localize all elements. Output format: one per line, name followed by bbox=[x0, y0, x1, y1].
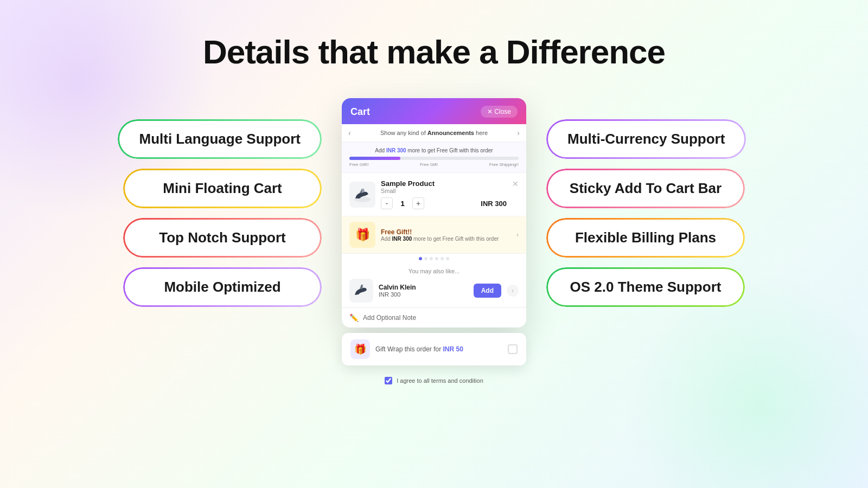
upsell-image bbox=[349, 279, 373, 303]
milestone-3: Free Shipping!! bbox=[489, 162, 519, 167]
progress-section: Add INR 300 more to get Free Gift with t… bbox=[342, 142, 526, 173]
feature-pill-top-notch-support: Top Notch Support bbox=[125, 220, 320, 256]
main-content: Multi Language Support Mini Floating Car… bbox=[0, 98, 868, 328]
upsell-product-info: Calvin Klein INR 300 bbox=[379, 284, 468, 298]
upsell-section: You may also like... Calvin Klein INR 30… bbox=[342, 264, 526, 307]
progress-bar bbox=[349, 157, 519, 160]
milestone-1: Free Gift!! bbox=[349, 162, 369, 167]
product-image bbox=[349, 182, 375, 208]
feature-pill-flexible-billing: Flexible Billing Plans bbox=[548, 220, 743, 256]
feature-pill-sticky-add-to-cart: Sticky Add To Cart Bar bbox=[548, 170, 743, 207]
product-info: Sample Product Small - 1 + INR 300 bbox=[381, 179, 507, 209]
dot-4 bbox=[435, 257, 438, 260]
gift-wrap-text: Gift Wrap this order for INR 50 bbox=[375, 345, 502, 353]
cart-mockup: Cart ✕ Close ‹ Show any kind of Announce… bbox=[342, 98, 526, 328]
note-icon: ✏️ bbox=[349, 313, 359, 322]
announcement-next-arrow[interactable]: › bbox=[517, 129, 520, 137]
cart-header: Cart ✕ Close bbox=[342, 98, 526, 124]
close-button[interactable]: ✕ Close bbox=[481, 106, 518, 118]
cart-title: Cart bbox=[350, 106, 370, 118]
milestone-2: Free Gift! bbox=[420, 162, 438, 167]
gift-info: Free Gift!! Add INR 300 more to get Free… bbox=[381, 228, 511, 242]
product-name: Sample Product bbox=[381, 179, 507, 188]
cart-mockup-wrapper: Cart ✕ Close ‹ Show any kind of Announce… bbox=[342, 98, 526, 328]
progress-bar-fill bbox=[349, 157, 400, 160]
dot-6 bbox=[446, 257, 449, 260]
dot-5 bbox=[441, 257, 444, 260]
features-right: Multi-Currency Support Sticky Add To Car… bbox=[548, 121, 868, 305]
upsell-item: Calvin Klein INR 300 Add › bbox=[349, 279, 519, 303]
gift-image: 🎁 bbox=[349, 222, 375, 248]
dot-3 bbox=[430, 257, 433, 260]
quantity-decrease[interactable]: - bbox=[381, 197, 393, 209]
upsell-product-name: Calvin Klein bbox=[379, 284, 468, 291]
gift-arrow-button[interactable]: › bbox=[516, 231, 519, 239]
features-left: Multi Language Support Mini Floating Car… bbox=[0, 121, 320, 305]
feature-pill-multi-language: Multi Language Support bbox=[119, 121, 320, 157]
carousel-dots bbox=[342, 254, 526, 264]
gift-wrap-icon: 🎁 bbox=[350, 339, 370, 359]
upsell-add-button[interactable]: Add bbox=[474, 284, 501, 298]
dot-2 bbox=[424, 257, 427, 260]
add-note-label[interactable]: Add Optional Note bbox=[363, 314, 416, 322]
cart-item: Sample Product Small - 1 + INR 300 ✕ bbox=[342, 173, 526, 216]
page-title: Details that make a Difference bbox=[203, 33, 665, 71]
terms-checkbox[interactable] bbox=[385, 377, 392, 384]
feature-pill-mini-floating-cart: Mini Floating Cart bbox=[125, 170, 320, 207]
gift-desc: Add INR 300 more to get Free Gift with t… bbox=[381, 236, 511, 242]
feature-pill-mobile-optimized: Mobile Optimized bbox=[125, 269, 320, 305]
upsell-arrow-button[interactable]: › bbox=[507, 285, 519, 297]
announcement-bar: ‹ Show any kind of Announcements here › bbox=[342, 124, 526, 142]
add-note-section: ✏️ Add Optional Note bbox=[342, 307, 526, 328]
progress-label: Add INR 300 more to get Free Gift with t… bbox=[349, 147, 519, 153]
gift-title: Free Gift!! bbox=[381, 228, 511, 236]
progress-labels: Free Gift!! Free Gift! Free Shipping!! bbox=[349, 162, 519, 167]
gift-wrap-checkbox[interactable] bbox=[508, 344, 518, 354]
free-gift-section: 🎁 Free Gift!! Add INR 300 more to get Fr… bbox=[342, 216, 526, 254]
upsell-product-price: INR 300 bbox=[379, 291, 468, 298]
announcement-prev-arrow[interactable]: ‹ bbox=[348, 129, 351, 137]
announcement-text: Show any kind of Announcements here bbox=[355, 130, 513, 136]
terms-row: I agree to all terms and condition bbox=[342, 377, 526, 384]
gift-wrap-section: 🎁 Gift Wrap this order for INR 50 bbox=[342, 333, 526, 365]
remove-item-button[interactable]: ✕ bbox=[512, 179, 519, 188]
feature-pill-multi-currency: Multi-Currency Support bbox=[548, 121, 744, 157]
product-variant: Small bbox=[381, 188, 507, 194]
quantity-controls: - 1 + INR 300 bbox=[381, 197, 507, 209]
upsell-heading: You may also like... bbox=[349, 268, 519, 274]
product-price: INR 300 bbox=[481, 200, 507, 208]
quantity-value: 1 bbox=[397, 200, 408, 208]
quantity-increase[interactable]: + bbox=[412, 197, 424, 209]
feature-pill-os-theme-support: OS 2.0 Theme Support bbox=[548, 269, 743, 305]
dot-1 bbox=[419, 257, 422, 260]
terms-label: I agree to all terms and condition bbox=[397, 377, 483, 384]
